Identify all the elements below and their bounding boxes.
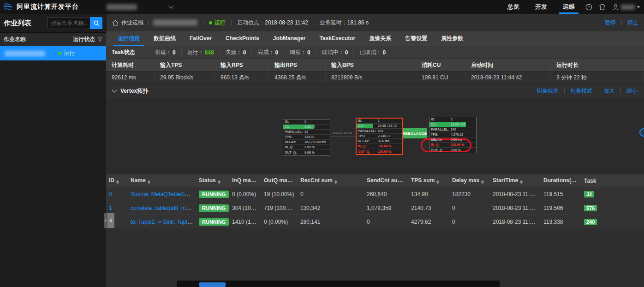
metric-value: 3 分钟 22 秒 (551, 72, 644, 84)
zoom-in-link[interactable]: 放大 (604, 87, 615, 95)
divider (231, 20, 232, 26)
sort-icon (116, 180, 119, 184)
col-inq-max[interactable]: InQ max (229, 177, 261, 184)
col-delay-max[interactable]: Delay max (449, 177, 490, 184)
col-starttime[interactable]: StartTime (490, 177, 541, 184)
cell-send: 1,079,359 (364, 205, 408, 211)
divider (620, 88, 621, 94)
running-dot-icon (209, 21, 212, 24)
ticket-icon[interactable] (599, 4, 606, 11)
status-label: 运行 (215, 19, 226, 27)
col-name[interactable]: Name (128, 177, 196, 184)
task-count-badge[interactable]: 32 (584, 191, 594, 197)
running-dot-icon (58, 52, 61, 55)
row-id-link[interactable]: 1 (109, 205, 112, 211)
breadcrumb-slash (147, 20, 149, 25)
vertex-node-1[interactable]: ID:1 CU:29.45 / 83.72 PARALLEL:576 TPS:2… (356, 118, 403, 155)
nav-ops[interactable]: 运维 (563, 0, 575, 14)
top-nav: 总览 开发 运维 (507, 0, 575, 14)
cell-send: 0 (364, 219, 408, 225)
vertex-node-2[interactable]: ID:2 CU:18.69 / 24 PARALLEL:240 TPS:4,27… (429, 117, 477, 153)
task-state-failed: 失败：0 (226, 48, 246, 56)
row-id-link[interactable]: 0 (109, 191, 112, 197)
tab-taskexecutor[interactable]: TaskExecutor (312, 31, 362, 46)
cell-dur: 119.506 (541, 205, 581, 211)
business-delay: 业务延时：181.86 s (320, 19, 369, 27)
table-row[interactable]: 0 Source: MetaQTableSource-di... RUNNING… (106, 187, 644, 201)
start-point: 启动位点：2018-08-23 11:42 (237, 19, 308, 27)
divider (564, 88, 565, 94)
vertex-node-0[interactable]: ID:0 CU:2.59 / 4 PARALLEL:32 TPS:134.90 … (283, 119, 330, 155)
col-reccnt-sum[interactable]: RecCnt sum (298, 177, 364, 184)
list-mode-link[interactable]: 列表模式 (570, 87, 592, 95)
topbar: 阿里流计算开发平台 总览 开发 运维 ? (0, 0, 644, 14)
zoom-out-link[interactable]: 缩小 (626, 87, 638, 95)
metric-value: 2018-08-23 11:44:42 (465, 72, 551, 84)
tab-lineage[interactable]: 血缘关系 (362, 31, 398, 46)
metric-value: 8212809 B/s (326, 72, 416, 84)
nav-develop[interactable]: 开发 (535, 0, 547, 14)
cell-inq: 304 (100.00%) (229, 205, 261, 211)
task-count-badge[interactable]: 240 (584, 219, 597, 225)
col-sendcnt-sum[interactable]: SendCnt sum (364, 177, 408, 184)
sort-icon (218, 180, 221, 184)
project-selector[interactable] (107, 4, 173, 10)
switch-view-link[interactable]: 切换视图 (537, 87, 559, 95)
cell-delay: 0 (449, 205, 490, 211)
job-header: 作业运维 运行 启动位点：2018-08-23 11:42 业务延时：181.8… (106, 14, 644, 31)
row-name-link[interactable]: correlate: table(udtf_metaqPa... (131, 205, 196, 211)
user-icon (612, 4, 619, 11)
breadcrumb[interactable]: 作业运维 (121, 19, 143, 27)
task-count-badge[interactable]: 576 (584, 205, 597, 211)
topbar-icons: ? (585, 0, 640, 14)
home-icon[interactable] (112, 20, 119, 26)
task-state-canceling: 取消中：0 (322, 48, 348, 56)
background-window-edge (177, 281, 500, 287)
chevron-down-icon (168, 3, 173, 8)
row-name-link[interactable]: Source: MetaQTableSource-di... (131, 191, 196, 197)
sidebar-collapse-handle[interactable]: K (104, 213, 114, 228)
pause-button[interactable]: 暂停 (605, 19, 616, 27)
tab-failover[interactable]: FailOver (183, 31, 219, 46)
tab-checkpoints[interactable]: CheckPoints (219, 31, 266, 46)
col-durations[interactable]: Durations(s) (541, 177, 581, 184)
column-run-status: 运行状态 (73, 36, 95, 43)
col-outq-max[interactable]: OutQ max (261, 177, 298, 184)
col-status[interactable]: Status (196, 177, 229, 184)
sort-icon (148, 180, 150, 184)
col-tps-sum[interactable]: TPS sum (408, 177, 449, 184)
help-icon[interactable]: ? (585, 4, 592, 11)
status-badge: 运行 (209, 19, 226, 27)
tab-properties[interactable]: 属性参数 (434, 31, 470, 46)
status-badge: RUNNING (199, 218, 229, 226)
col-task: Task (581, 178, 644, 184)
filter-icon[interactable] (97, 37, 102, 42)
magnifier-icon[interactable] (639, 128, 644, 137)
status-badge: RUNNING (199, 204, 229, 212)
redacted-project-name (107, 4, 137, 10)
cell-dur: 119.515 (541, 191, 581, 197)
tab-run-info[interactable]: 运行信息 (111, 31, 147, 46)
tab-jobmanager[interactable]: JobManager (266, 31, 313, 46)
table-row[interactable]: 1 correlate: table(udtf_metaqPa... RUNNI… (106, 201, 644, 215)
cell-tps: 2140.73 (408, 205, 449, 211)
stop-button[interactable]: 停止 (627, 19, 638, 27)
edge-line (330, 137, 356, 137)
col-id[interactable]: ID (106, 177, 128, 184)
job-list-item[interactable]: 运行 (0, 46, 106, 60)
table-row[interactable]: 2 to: Tuple2 -> Sink: TupleOutp... RUNNI… (106, 215, 644, 228)
task-state-scheduled: 调度：0 (290, 48, 310, 56)
metric-value: 109.81 CU (416, 72, 465, 84)
chevron-down-icon[interactable] (112, 87, 117, 92)
vertex-topology-canvas[interactable]: REBALANCE REBALANCE ID:0 CU:2.59 / 4 PAR… (106, 98, 644, 174)
svg-text:?: ? (588, 5, 590, 9)
tab-data-curves[interactable]: 数据曲线 (147, 31, 183, 46)
search-input[interactable] (48, 17, 90, 29)
nav-overview[interactable]: 总览 (507, 0, 519, 14)
cell-delay: 182230 (449, 191, 490, 197)
search-button[interactable] (90, 17, 102, 29)
user-menu[interactable] (612, 4, 640, 11)
row-name-link[interactable]: to: Tuple2 -> Sink: TupleOutp... (131, 219, 196, 225)
tab-alert-settings[interactable]: 告警设置 (398, 31, 434, 46)
divider (598, 88, 598, 94)
